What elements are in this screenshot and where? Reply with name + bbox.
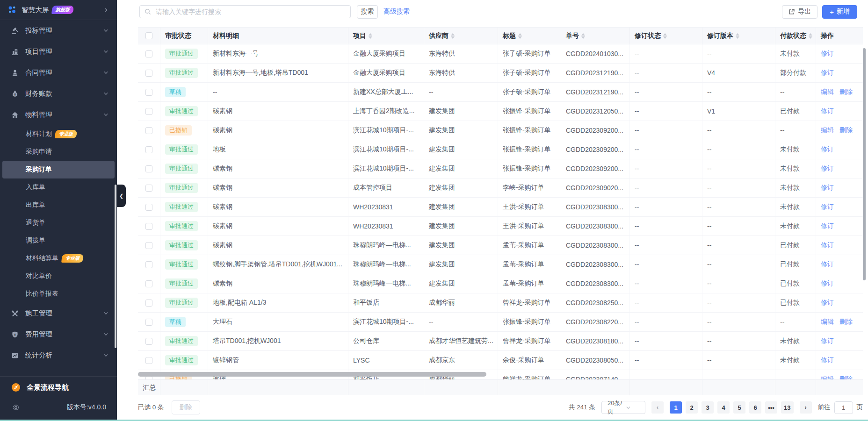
- sidebar-item-return-order[interactable]: 退货单: [0, 214, 117, 232]
- row-checkbox[interactable]: [145, 242, 152, 249]
- sidebar-group-construction-management[interactable]: 施工管理: [0, 303, 117, 324]
- action-link[interactable]: 编辑: [821, 375, 834, 380]
- row-checkbox[interactable]: [145, 185, 152, 192]
- delete-button[interactable]: 删除: [172, 400, 200, 414]
- advanced-search-link[interactable]: 高级搜索: [383, 7, 410, 16]
- horizontal-scrollbar[interactable]: [138, 372, 486, 377]
- export-button[interactable]: 导出: [782, 5, 817, 19]
- cell-order-no: CGDD202309200...: [561, 121, 630, 140]
- action-link[interactable]: 修订: [821, 164, 834, 173]
- sort-icon[interactable]: [518, 33, 522, 39]
- sidebar-item-transfer-order[interactable]: 调拨单: [0, 232, 117, 250]
- row-checkbox[interactable]: [145, 204, 152, 211]
- action-link[interactable]: 修订: [821, 299, 834, 307]
- column-header-revision-status[interactable]: 修订状态: [630, 28, 702, 44]
- cell-status: 审批通过: [160, 159, 208, 178]
- next-page-button[interactable]: ›: [800, 401, 812, 414]
- action-link[interactable]: 修订: [821, 203, 834, 211]
- row-checkbox[interactable]: [145, 280, 152, 287]
- row-checkbox[interactable]: [145, 338, 152, 345]
- sidebar-group-contract-management[interactable]: 合同管理: [0, 62, 117, 83]
- action-link[interactable]: 删除: [839, 88, 853, 96]
- add-button[interactable]: + 新增: [822, 5, 857, 19]
- sidebar-item-process-navigation[interactable]: 全景流程导航: [0, 377, 117, 398]
- action-link[interactable]: 删除: [839, 126, 853, 135]
- action-link[interactable]: 修订: [821, 279, 834, 288]
- sort-icon[interactable]: [451, 33, 455, 39]
- sort-icon[interactable]: [663, 33, 667, 39]
- row-checkbox[interactable]: [145, 300, 152, 307]
- cell-payment-status-text: 已付款: [780, 107, 800, 115]
- action-link[interactable]: 删除: [839, 375, 853, 380]
- page-button[interactable]: 13: [781, 401, 793, 414]
- row-checkbox[interactable]: [145, 223, 152, 230]
- row-checkbox[interactable]: [145, 165, 152, 172]
- column-header-payment-status[interactable]: 付款状态: [775, 28, 816, 44]
- sidebar-scrollbar[interactable]: [115, 185, 116, 348]
- sidebar-item-material-settlement[interactable]: 材料结算单专业版: [0, 250, 117, 267]
- action-link[interactable]: 编辑: [821, 318, 834, 326]
- row-checkbox[interactable]: [145, 108, 152, 115]
- action-link[interactable]: 修订: [821, 222, 834, 230]
- sidebar-item-price-compare[interactable]: 对比单价: [0, 267, 117, 285]
- action-link[interactable]: 修订: [821, 50, 834, 58]
- vertical-scrollbar[interactable]: [863, 48, 866, 280]
- sidebar-group-material-management[interactable]: 物料管理: [0, 104, 117, 125]
- row-checkbox[interactable]: [145, 319, 152, 326]
- action-link[interactable]: 编辑: [821, 88, 834, 96]
- sidebar-item-purchase-order[interactable]: 采购订单: [2, 161, 115, 178]
- action-link[interactable]: 修订: [821, 356, 834, 364]
- sidebar-item-smart-screen[interactable]: 智慧大屏 旗舰版: [0, 0, 117, 20]
- search-button[interactable]: 搜索: [357, 5, 378, 19]
- page-button[interactable]: 1: [670, 401, 682, 414]
- row-checkbox[interactable]: [145, 357, 152, 364]
- action-link[interactable]: 编辑: [821, 126, 834, 135]
- action-link[interactable]: 修订: [821, 337, 834, 345]
- column-header-order-no[interactable]: 单号: [561, 28, 630, 44]
- action-link[interactable]: 修订: [821, 145, 834, 154]
- column-header-supplier[interactable]: 供应商: [424, 28, 498, 44]
- action-link[interactable]: 修订: [821, 69, 834, 77]
- column-header-revision-version[interactable]: 修订版本: [702, 28, 775, 44]
- sort-icon[interactable]: [369, 33, 372, 39]
- column-header-title[interactable]: 标题: [498, 28, 561, 44]
- action-link[interactable]: 修订: [821, 260, 834, 269]
- row-checkbox[interactable]: [145, 127, 152, 134]
- sort-icon[interactable]: [581, 33, 585, 39]
- sidebar-item-price-compare-report[interactable]: 比价单报表: [0, 285, 117, 303]
- column-header-project[interactable]: 项目: [348, 28, 424, 44]
- sort-icon[interactable]: [809, 33, 812, 39]
- row-checkbox[interactable]: [145, 50, 152, 57]
- sidebar-item-outbound-order[interactable]: 出库单: [0, 196, 117, 214]
- page-button[interactable]: 4: [717, 401, 730, 414]
- page-button[interactable]: 5: [733, 401, 745, 414]
- goto-page-input[interactable]: [834, 401, 853, 414]
- action-link[interactable]: 删除: [839, 318, 853, 326]
- sidebar-item-inbound-order[interactable]: 入库单: [0, 178, 117, 196]
- sidebar-group-bid-management[interactable]: 投标管理: [0, 20, 117, 41]
- row-checkbox[interactable]: [145, 89, 152, 96]
- action-link[interactable]: 修订: [821, 241, 834, 250]
- page-ellipsis[interactable]: •••: [765, 401, 777, 414]
- sort-icon[interactable]: [736, 33, 739, 39]
- search-input[interactable]: [155, 7, 346, 16]
- sidebar-group-project-management[interactable]: 项目管理: [0, 41, 117, 62]
- sidebar-group-statistics-analysis[interactable]: 统计分析: [0, 345, 117, 366]
- row-checkbox[interactable]: [145, 261, 152, 268]
- page-size-select[interactable]: 20条/页: [601, 401, 645, 414]
- page-button[interactable]: 2: [686, 401, 698, 414]
- prev-page-button[interactable]: ‹: [651, 401, 664, 414]
- action-link[interactable]: 修订: [821, 107, 834, 115]
- sidebar-group-finance-accounts[interactable]: ¥财务账款: [0, 83, 117, 104]
- sidebar-item-purchase-request[interactable]: 采购申请: [0, 143, 117, 161]
- sidebar-group-expense-management[interactable]: ¥费用管理: [0, 324, 117, 345]
- gear-icon[interactable]: [12, 404, 20, 411]
- select-all-checkbox[interactable]: [145, 32, 152, 39]
- sidebar-collapse-handle[interactable]: ❮: [117, 185, 126, 207]
- sidebar-item-material-plan[interactable]: 材料计划专业版: [0, 125, 117, 143]
- action-link[interactable]: 修订: [821, 184, 834, 192]
- row-checkbox[interactable]: [145, 146, 152, 153]
- page-button[interactable]: 3: [702, 401, 714, 414]
- page-button[interactable]: 6: [749, 401, 761, 414]
- row-checkbox[interactable]: [145, 70, 152, 77]
